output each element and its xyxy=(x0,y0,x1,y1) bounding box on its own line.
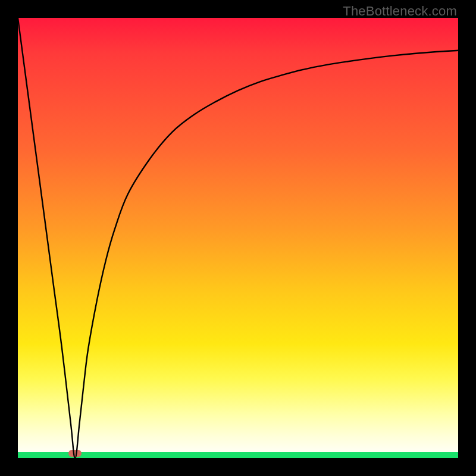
curve-svg xyxy=(18,18,458,458)
chart-frame: TheBottleneck.com xyxy=(0,0,476,476)
bottleneck-curve xyxy=(18,18,458,458)
attribution-text: TheBottleneck.com xyxy=(343,4,457,19)
plot-area xyxy=(18,18,458,458)
